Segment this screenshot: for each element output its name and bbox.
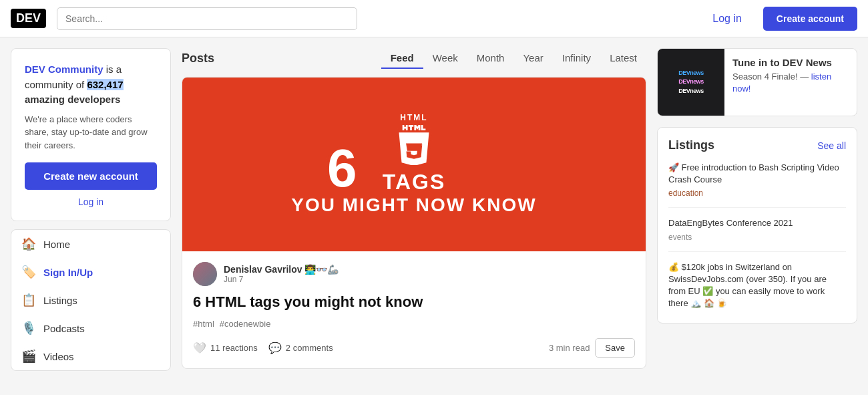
html5-shield-icon (394, 125, 434, 165)
member-count: 632,417 (87, 79, 123, 90)
dev-news-line2: DEVnews (678, 78, 704, 87)
comments-count: 2 comments (286, 343, 333, 353)
posts-header: Posts Feed Week Month Year Infinity Late… (182, 48, 646, 69)
see-all-link[interactable]: See all (817, 140, 846, 151)
heart-icon: 🤍 (193, 342, 206, 354)
listing-jobs-title[interactable]: 💰 $120k jobs in Switzerland on SwissDevJ… (668, 261, 846, 310)
post-title[interactable]: 6 HTML tags you might not know (193, 293, 635, 312)
podcasts-icon: 🎙️ (21, 321, 37, 336)
reactions-count: 11 reactions (210, 343, 258, 353)
login-button[interactable]: Log in (702, 7, 752, 30)
listings-card: Listings See all 🚀 Free introduction to … (657, 127, 857, 323)
header: DEV Log in Create account (0, 0, 868, 37)
post-image-number: 6 (327, 138, 357, 199)
listings-icon: 📋 (21, 293, 37, 307)
dev-news-thumbnail: DEVnews DEVnews DEVnews (658, 49, 724, 116)
save-button[interactable]: Save (595, 338, 635, 358)
post-stats: 🤍 11 reactions 💬 2 comments (193, 342, 333, 354)
welcome-description: We're a place where coders share, stay u… (25, 113, 157, 152)
signin-icon: 🏷️ (21, 265, 37, 279)
logo[interactable]: DEV (11, 9, 46, 28)
create-new-account-button[interactable]: Create new account (25, 162, 157, 190)
author-avatar (193, 262, 217, 286)
sidebar-home-label: Home (43, 239, 70, 250)
welcome-box: DEV Community is a community of 632,417 … (11, 48, 171, 221)
dev-community-link[interactable]: DEV Community (25, 63, 103, 75)
tabs-nav: Feed Week Month Year Infinity Latest (381, 48, 646, 69)
listings-title: Listings (668, 138, 714, 152)
podcast-description: Season 4 Finale! — listen now! (732, 71, 849, 95)
tab-feed[interactable]: Feed (381, 48, 423, 69)
tag-html[interactable]: #html (193, 319, 214, 329)
tab-month[interactable]: Month (467, 48, 514, 69)
post-card: HTML TAGS YOU MIGHT NOW KNOW 6 (182, 77, 646, 369)
tab-week[interactable]: Week (423, 48, 467, 69)
main-layout: DEV Community is a community of 632,417 … (0, 37, 868, 382)
podcast-info: Tune in to DEV News Season 4 Finale! — l… (724, 49, 857, 116)
listing-item-bash: 🚀 Free introduction to Bash Scripting Vi… (668, 162, 846, 208)
sidebar-item-signin[interactable]: 🏷️ Sign In/Up (11, 258, 170, 286)
author-info: Denislav Gavrilov 👨‍💻👓🦾 Jun 7 (224, 264, 339, 284)
sidebar-listings-label: Listings (43, 295, 77, 306)
sidebar-item-home[interactable]: 🏠 Home (11, 230, 170, 258)
html-badge: HTML (291, 113, 536, 122)
main-content: Posts Feed Week Month Year Infinity Late… (182, 48, 646, 371)
sidebar-item-listings[interactable]: 📋 Listings (11, 286, 170, 314)
listing-item-conference: DataEngBytes Conference 2021 events (668, 217, 846, 251)
dev-news-line1: DEVnews (678, 69, 704, 78)
sidebar-login-link[interactable]: Log in (25, 196, 157, 207)
podcast-desc-text: Season 4 Finale! — (732, 72, 811, 82)
home-icon: 🏠 (21, 237, 37, 251)
welcome-suffix: amazing developers (25, 94, 120, 105)
listing-bash-category: education (668, 188, 846, 198)
videos-icon: 🎬 (21, 349, 37, 364)
tab-year[interactable]: Year (513, 48, 552, 69)
sidebar-signin-label: Sign In/Up (43, 267, 93, 278)
sidebar-podcasts-label: Podcasts (43, 323, 85, 334)
comments-stat[interactable]: 💬 2 comments (268, 342, 333, 354)
reactions-stat[interactable]: 🤍 11 reactions (193, 342, 258, 354)
author-name[interactable]: Denislav Gavrilov 👨‍💻👓🦾 (224, 264, 339, 275)
listing-conference-title[interactable]: DataEngBytes Conference 2021 (668, 217, 846, 229)
posts-title: Posts (182, 51, 214, 65)
tab-infinity[interactable]: Infinity (553, 48, 600, 69)
podcast-title: Tune in to DEV News (732, 57, 849, 68)
right-sidebar: DEVnews DEVnews DEVnews Tune in to DEV N… (657, 48, 857, 371)
listing-item-jobs: 💰 $120k jobs in Switzerland on SwissDevJ… (668, 261, 846, 310)
dev-news-line3: DEVnews (678, 87, 704, 96)
nav-menu: 🏠 Home 🏷️ Sign In/Up 📋 Listings 🎙️ Podca… (11, 229, 171, 371)
read-time: 3 min read (549, 343, 590, 353)
post-actions: 3 min read Save (549, 338, 635, 358)
podcast-card: DEVnews DEVnews DEVnews Tune in to DEV N… (657, 48, 857, 116)
welcome-text: DEV Community is a community of 632,417 … (25, 62, 157, 152)
post-meta: Denislav Gavrilov 👨‍💻👓🦾 Jun 7 6 HTML tag… (182, 251, 646, 368)
tag-codenewbie[interactable]: #codenewbie (220, 319, 271, 329)
author-emojis: 👨‍💻👓🦾 (304, 264, 339, 275)
search-input[interactable] (57, 7, 357, 30)
post-footer: 🤍 11 reactions 💬 2 comments 3 min read S… (193, 338, 635, 358)
sidebar-item-videos[interactable]: 🎬 Videos (11, 342, 170, 370)
tab-latest[interactable]: Latest (600, 48, 646, 69)
sidebar-item-podcasts[interactable]: 🎙️ Podcasts (11, 314, 170, 342)
post-tags: #html #codenewbie (193, 319, 635, 329)
listing-conference-category: events (668, 233, 846, 242)
create-account-button[interactable]: Create account (763, 7, 857, 31)
comment-icon: 💬 (268, 342, 282, 354)
left-sidebar: DEV Community is a community of 632,417 … (11, 48, 171, 371)
author-row: Denislav Gavrilov 👨‍💻👓🦾 Jun 7 (193, 262, 635, 286)
listings-header: Listings See all (668, 138, 846, 152)
post-hero-image[interactable]: HTML TAGS YOU MIGHT NOW KNOW 6 (182, 78, 646, 251)
sidebar-videos-label: Videos (43, 351, 74, 362)
post-date: Jun 7 (224, 275, 339, 284)
listing-bash-title[interactable]: 🚀 Free introduction to Bash Scripting Vi… (668, 162, 846, 186)
